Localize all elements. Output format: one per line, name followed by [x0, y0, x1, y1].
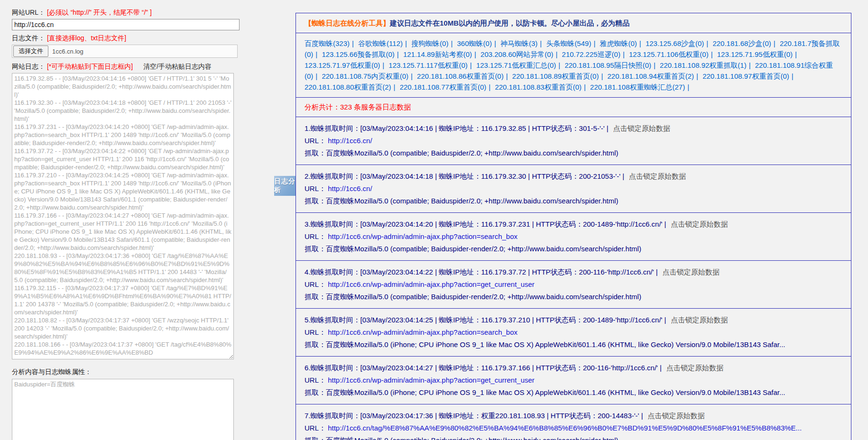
entry-ua-line: 抓取：百度蜘蛛Mozilla/5.0 (compatible; Baiduspi…	[305, 243, 842, 255]
spider-stat-link[interactable]: 220.181.108.95隔日快照(0)	[564, 61, 651, 69]
stat-separator: |	[506, 72, 508, 80]
spider-stat-link[interactable]: 百度蜘蛛(323)	[305, 39, 350, 47]
log-entry: 1.蜘蛛抓取时间：[03/May/2023:04:14:16 | 蜘蛛IP地址：…	[296, 117, 851, 165]
lock-raw-data-link[interactable]: 点击锁定原始数据	[666, 364, 723, 372]
spider-stat-link[interactable]: 220.181.108权重蜘蛛汇总(27)	[590, 83, 685, 91]
spider-stat-item: 雅虎蜘蛛(0)|	[600, 39, 643, 47]
analysis-summary: 分析共计：323 条服务器日志数据	[296, 98, 851, 117]
entry-header-text: 3.蜘蛛抓取时间：[03/May/2023:04:14:20 | 蜘蛛IP地址：…	[305, 220, 666, 228]
entry-url-line: URL： http://1cc6.cn/wp-admin/admin-ajax.…	[305, 230, 842, 243]
spider-stat-link[interactable]: 220.181.108.86权重首页(0)	[417, 72, 504, 80]
spider-stat-link[interactable]: 220.181.108.89权重首页(0)	[512, 72, 599, 80]
spider-stat-item: 121.14.89新站考察(0)|	[403, 50, 479, 58]
lock-raw-data-link[interactable]: 点击锁定原始数据	[648, 412, 705, 420]
spider-attr-textarea[interactable]: Baiduspider=百度蜘蛛	[12, 379, 234, 440]
spider-stat-link[interactable]: 360蜘蛛(0)	[457, 39, 492, 47]
spider-stat-link[interactable]: 123.125.66预备抓取(0)	[322, 50, 394, 58]
spider-stat-link[interactable]: 121.14.89新站考察(0)	[403, 50, 472, 58]
log-input-panel: 网站URL： [必须以 “http://” 开头，结尾不带 “/” ] 日志文件…	[12, 8, 236, 440]
spider-stat-link[interactable]: 雅虎蜘蛛(0)	[600, 39, 637, 47]
stat-separator: |	[405, 39, 407, 47]
spider-stat-link[interactable]: 123.125.71.106低权重(0)	[629, 50, 709, 58]
spider-stat-item: 123.125.71.106低权重(0)|	[629, 50, 715, 58]
lock-raw-data-link[interactable]: 点击锁定原始数据	[671, 316, 728, 324]
entry-url-link[interactable]: http://1cc6.cn/	[328, 137, 372, 145]
entry-url-link[interactable]: http://1cc6.cn/wp-admin/admin-ajax.php?a…	[328, 232, 517, 240]
spider-stat-link[interactable]: 220.181.108.80权重首页(2)	[305, 83, 391, 91]
stat-separator: |	[411, 72, 413, 80]
spider-stat-link[interactable]: 123.125.71.117低权重(0)	[388, 61, 468, 69]
spider-stat-item: 搜狗蜘蛛(0)|	[411, 39, 455, 47]
spider-stat-item: 123.125.71.97低权重(0)|	[305, 61, 387, 69]
spider-stat-link[interactable]: 搜狗蜘蛛(0)	[411, 39, 448, 47]
spider-stat-link[interactable]: 谷歌蜘蛛(112)	[358, 39, 403, 47]
spider-stat-link[interactable]: 123.125.71.97低权重(0)	[305, 61, 380, 69]
entry-url-label: URL：	[305, 376, 326, 384]
entry-url-line: URL： http://1cc6.cn/	[305, 135, 842, 147]
spider-stat-link[interactable]: 头条蜘蛛(549)	[546, 39, 591, 47]
spider-stats: 百度蜘蛛(323)| 谷歌蜘蛛(112)| 搜狗蜘蛛(0)| 360蜘蛛(0)|…	[296, 33, 851, 98]
spider-stat-link[interactable]: 220.181.108.83权重首页(0)	[495, 83, 582, 91]
spider-stat-link[interactable]: 210.72.225巡逻(0)	[562, 50, 620, 58]
entry-url-link[interactable]: http://1cc6.cn/tag/%E8%87%AA%E9%80%82%E5…	[328, 424, 802, 432]
website-url-input[interactable]	[12, 19, 240, 30]
spider-log-analyzer-page: { "ui": { "pipe": "|" }, "form": { "url_…	[0, 0, 868, 440]
entry-ua-line: 抓取：百度蜘蛛Mozilla/5.0 (compatible; Baiduspi…	[305, 434, 842, 440]
website-log-label: 网站日志：	[12, 63, 45, 70]
entry-header-text: 6.蜘蛛抓取时间：[03/May/2023:04:14:27 | 蜘蛛IP地址：…	[305, 364, 662, 372]
entry-url-link[interactable]: http://1cc6.cn/	[328, 184, 372, 192]
spider-stat-item: 220.181.108.80权重首页(2)|	[305, 83, 398, 91]
lock-raw-data-link[interactable]: 点击锁定原始数据	[663, 268, 720, 276]
analysis-results-panel: 【蜘蛛日志在线分析工具】建议日志文件在10MB以内的用户使用，以防卡顿。尽心小屋…	[295, 13, 851, 440]
entry-header-text: 5.蜘蛛抓取时间：[03/May/2023:04:14:25 | 蜘蛛IP地址：…	[305, 316, 666, 324]
spider-stat-item: 123.125.71.117低权重(0)|	[388, 61, 474, 69]
stat-separator: |	[639, 39, 641, 47]
spider-stat-item: 220.181.108.95隔日快照(0)|	[564, 61, 658, 69]
clear-paste-link[interactable]: 清空/手动粘贴日志内容	[143, 63, 212, 70]
entry-url-link[interactable]: http://1cc6.cn/wp-admin/admin-ajax.php?a…	[328, 376, 535, 384]
spider-stat-link[interactable]: 123.125.71低权重汇总(0)	[476, 61, 556, 69]
stat-separator: |	[540, 39, 542, 47]
spider-stat-item: 神马蜘蛛(3)|	[500, 39, 544, 47]
entry-header-line: 6.蜘蛛抓取时间：[03/May/2023:04:14:27 | 蜘蛛IP地址：…	[305, 362, 842, 374]
entry-url-label: URL：	[305, 184, 326, 192]
stat-separator: |	[749, 61, 751, 69]
spider-stat-link[interactable]: 123.125.68沙盒(0)	[646, 39, 704, 47]
lock-raw-data-link[interactable]: 点击锁定原始数据	[613, 124, 670, 132]
log-content-textarea[interactable]: 116.179.32.85 - - [03/May/2023:04:14:16 …	[12, 73, 234, 359]
log-file-note: [直接选择log、txt日志文件]	[47, 34, 126, 42]
spider-stat-link[interactable]: 220.181.108.94权重首页(2)	[607, 72, 694, 80]
spider-stat-link[interactable]: 123.125.71.95低权重(0)	[717, 50, 793, 58]
entry-url-line: URL： http://1cc6.cn/wp-admin/admin-ajax.…	[305, 374, 842, 386]
spider-stat-item: 谷歌蜘蛛(112)|	[358, 39, 409, 47]
file-picker[interactable]: 选择文件 1cc6.cn.log	[12, 45, 238, 58]
choose-file-button[interactable]: 选择文件	[13, 46, 48, 57]
spider-stat-link[interactable]: 220.181.108.75内页权重(0)	[322, 72, 408, 80]
spider-stat-link[interactable]: 神马蜘蛛(3)	[500, 39, 537, 47]
lock-raw-data-link[interactable]: 点击锁定原始数据	[629, 172, 686, 180]
entry-header-text: 4.蜘蛛抓取时间：[03/May/2023:04:14:22 | 蜘蛛IP地址：…	[305, 268, 658, 276]
entry-header-line: 3.蜘蛛抓取时间：[03/May/2023:04:14:20 | 蜘蛛IP地址：…	[305, 218, 842, 230]
spider-attr-label: 分析内容与日志蜘蛛属性：	[12, 368, 236, 376]
spider-stat-link[interactable]: 220.181.68沙盒(0)	[712, 39, 771, 47]
entry-ua-line: 抓取：百度蜘蛛Mozilla/5.0 (compatible; Baiduspi…	[305, 291, 842, 303]
spider-stat-link[interactable]: 220.181.108.77权重首页(0)	[400, 83, 487, 91]
chosen-file-name: 1cc6.cn.log	[52, 48, 83, 55]
entry-url-line: URL： http://1cc6.cn/	[305, 183, 842, 195]
stat-separator: |	[696, 72, 698, 80]
log-entry-list: 1.蜘蛛抓取时间：[03/May/2023:04:14:16 | 蜘蛛IP地址：…	[296, 117, 851, 440]
spider-stat-item: 220.181.108.92权重抓取(1)|	[660, 61, 753, 69]
entry-url-link[interactable]: http://1cc6.cn/wp-admin/admin-ajax.php?a…	[328, 280, 535, 288]
log-entry: 2.蜘蛛抓取时间：[03/May/2023:04:14:18 | 蜘蛛IP地址：…	[296, 165, 851, 213]
lock-raw-data-link[interactable]: 点击锁定原始数据	[671, 220, 728, 228]
stat-separator: |	[654, 61, 656, 69]
stat-separator: |	[774, 39, 776, 47]
spider-stat-link[interactable]: 220.181.108.92权重抓取(1)	[660, 61, 747, 69]
spider-stat-link[interactable]: 220.181.108.97权重首页(0)	[702, 72, 789, 80]
entry-url-link[interactable]: http://1cc6.cn/wp-admin/admin-ajax.php?a…	[328, 328, 517, 336]
entry-header-line: 1.蜘蛛抓取时间：[03/May/2023:04:14:16 | 蜘蛛IP地址：…	[305, 122, 842, 135]
spider-stat-link[interactable]: 203.208.60网站异常(0)	[480, 50, 553, 58]
spider-stat-item: 220.181.108.75内页权重(0)|	[322, 72, 415, 80]
log-entry: 3.蜘蛛抓取时间：[03/May/2023:04:14:20 | 蜘蛛IP地址：…	[296, 213, 851, 261]
log-entry: 4.蜘蛛抓取时间：[03/May/2023:04:14:22 | 蜘蛛IP地址：…	[296, 261, 851, 309]
